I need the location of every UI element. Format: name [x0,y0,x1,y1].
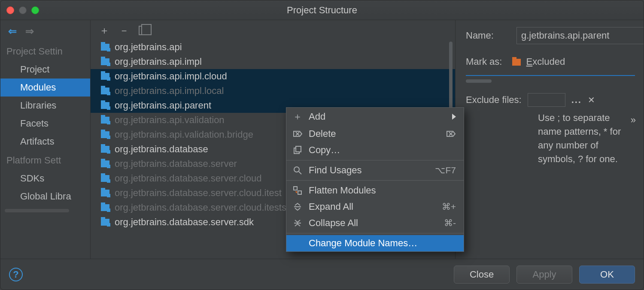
module-folder-icon [101,117,109,124]
modules-context-menu: ＋ Add Delete Copy… [286,107,464,252]
menu-delete[interactable]: Delete [286,126,464,142]
module-folder-icon [101,204,109,211]
content-roots-scrollbar[interactable] [466,79,492,83]
delete-tag-icon [292,130,303,138]
module-folder-icon [101,44,109,51]
menu-collapse-all[interactable]: Collapse All ⌘- [286,215,464,231]
close-button[interactable]: Close [454,266,510,284]
exclude-files-row: Exclude files: ... ✕ [466,93,635,107]
menu-shortcut: ⌘- [444,218,456,228]
menu-flatten-modules[interactable]: Flatten Modules [286,182,464,199]
module-label: org.jetbrains.database.server.cloud.ites… [115,202,286,213]
sidebar-item-project[interactable]: Project [0,60,90,79]
menu-label: Find Usages [309,165,429,176]
forward-icon[interactable]: ⇒ [25,25,34,37]
window-title: Project Structure [0,5,644,16]
exclude-files-label: Exclude files: [466,94,522,106]
dialog-body: ⇐ ⇒ Project Settin Project Modules Libra… [0,20,644,259]
apply-button[interactable]: Apply [516,266,572,284]
module-row[interactable]: org.jetbrains.api [91,40,455,54]
clear-icon[interactable]: ✕ [588,95,595,105]
module-row[interactable]: org.jetbrains.api.impl.cloud [91,69,455,84]
menu-separator [286,160,464,160]
menu-label: Add [309,111,446,122]
module-row[interactable]: org.jetbrains.api.impl.local [91,84,455,98]
module-label: org.jetbrains.database.server.sdk [115,217,254,228]
add-icon[interactable]: ＋ [99,25,109,36]
more-icon[interactable]: » [631,115,636,126]
sidebar-item-facets[interactable]: Facets [0,115,90,133]
titlebar: Project Structure [0,0,644,20]
module-row[interactable]: org.jetbrains.api.impl [91,54,455,69]
modules-panel: ＋ － org.jetbrains.api org.jetbrains.api.… [91,20,456,259]
module-folder-icon [101,58,109,65]
module-label: org.jetbrains.database.server.cloud [115,173,261,184]
module-label: org.jetbrains.database.server [115,158,237,169]
ok-button[interactable]: OK [579,266,635,284]
sidebar-item-global-libraries[interactable]: Global Libra [0,187,90,205]
module-label: org.jetbrains.api.impl.cloud [115,71,227,82]
menu-label: Flatten Modules [309,185,456,196]
module-label: org.jetbrains.api.validation [115,115,225,126]
svg-rect-1 [296,146,301,152]
history-nav: ⇐ ⇒ [0,20,90,42]
module-label: org.jetbrains.api.parent [115,100,211,111]
name-label: Name: [466,30,509,41]
sidebar-item-sdks[interactable]: SDKs [0,169,90,187]
module-label: org.jetbrains.api.impl.local [115,85,224,97]
module-label: org.jetbrains.database [115,144,208,155]
exclude-hint: Use ; to separate name patterns, * for a… [538,111,635,166]
menu-separator [286,233,464,233]
module-folder-icon [101,160,109,167]
menu-label: Collapse All [309,218,438,229]
module-folder-icon [101,190,109,196]
menu-label: Change Module Names… [309,238,456,249]
menu-separator [286,180,464,181]
remove-icon[interactable]: － [119,25,129,36]
copy-icon [292,146,303,154]
dialog-footer: ? Close Apply OK [0,259,644,290]
mark-as-row: Mark as: Excluded [466,56,635,67]
menu-shortcut: ⌥F7 [435,165,456,175]
exclude-files-input[interactable] [528,93,565,107]
name-input[interactable] [516,27,644,44]
project-structure-window: Project Structure ⇐ ⇒ Project Settin Pro… [0,0,644,290]
mark-as-label: Mark as: [466,56,502,67]
module-label: org.jetbrains.api [115,42,182,53]
sidebar: ⇐ ⇒ Project Settin Project Modules Libra… [0,20,91,259]
excluded-label: Excluded [523,56,565,67]
back-icon[interactable]: ⇐ [8,25,17,37]
svg-rect-4 [294,187,297,190]
menu-add[interactable]: ＋ Add [286,108,464,126]
copy-icon[interactable] [139,26,147,35]
module-details: Name: Mark as: Excluded » Exclude files:… [456,20,644,259]
sidebar-group-platform-settings: Platform Sett [0,151,90,169]
help-icon[interactable]: ? [9,268,23,281]
svg-line-3 [299,172,301,174]
menu-shortcut [446,130,456,138]
browse-icon[interactable]: ... [571,94,582,106]
menu-copy[interactable]: Copy… [286,142,464,158]
sidebar-scrollbar[interactable] [5,209,69,212]
excluded-toggle[interactable]: Excluded [512,56,565,67]
submenu-chevron-icon [452,111,456,122]
sidebar-item-modules[interactable]: Modules [0,79,90,97]
search-icon [292,166,303,175]
collapse-all-icon [292,219,303,227]
module-folder-icon [101,102,109,109]
sidebar-item-artifacts[interactable]: Artifacts [0,133,90,151]
menu-change-module-names[interactable]: Change Module Names… [286,235,464,251]
menu-expand-all[interactable]: Expand All ⌘+ [286,199,464,215]
sidebar-item-libraries[interactable]: Libraries [0,97,90,115]
excluded-folder-icon [512,59,521,66]
menu-find-usages[interactable]: Find Usages ⌥F7 [286,162,464,178]
menu-label: Delete [309,128,440,139]
module-label: org.jetbrains.api.validation.bridge [115,129,253,140]
menu-label: Copy… [309,145,456,156]
svg-point-2 [294,167,299,172]
sidebar-group-project-settings: Project Settin [0,42,90,60]
module-folder-icon [101,219,109,226]
selection-indicator [466,75,635,76]
module-folder-icon [101,88,109,94]
expand-all-icon [292,202,303,211]
